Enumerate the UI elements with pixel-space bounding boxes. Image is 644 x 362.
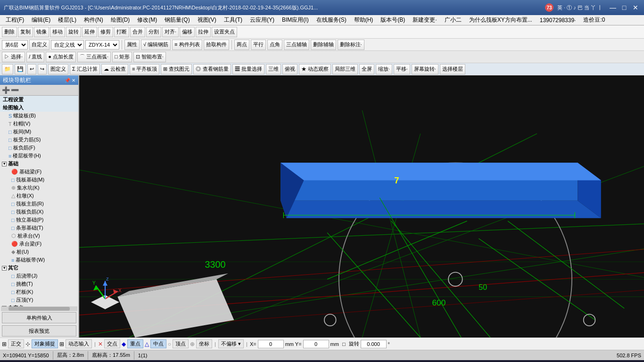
copy-button[interactable]: 复制 <box>18 27 33 37</box>
delete-button[interactable]: 删除 <box>2 27 17 37</box>
line-type-select[interactable]: 实线虚线自定义线 <box>51 40 84 49</box>
component-list-button[interactable]: ≡ 构件列表 <box>172 40 202 50</box>
select-floor-button[interactable]: 选择楼层 <box>440 64 465 74</box>
menu-item-版本号B[interactable]: 版本号(B) <box>377 15 409 25</box>
menu-item-为什么筏板XY方向布置...[interactable]: 为什么筏板XY方向布置... <box>465 15 536 25</box>
open-button[interactable]: 📁 <box>2 64 13 74</box>
stretch-button[interactable]: 拉伸 <box>196 27 211 37</box>
partial-3d-button[interactable]: 局部三维 <box>332 64 358 74</box>
coord-button[interactable]: 坐标 <box>196 339 212 348</box>
nav-item-筏板负筋[interactable]: □ 筏板负筋(X) <box>0 208 78 216</box>
nav-item-挑檐[interactable]: □ 挑檐(T) <box>0 280 78 288</box>
view-rebar-button[interactable]: ◎ 查看钢筋量 <box>193 64 231 74</box>
line-button[interactable]: / 直线 <box>26 52 44 62</box>
nav-item-板受力筋[interactable]: □ 板受力筋(S) <box>0 136 78 144</box>
define-button[interactable]: 图定义 <box>48 64 68 74</box>
layer-select[interactable]: 第1层第2层第3层第4层第5层第6层 <box>2 40 28 49</box>
rectangle-button[interactable]: □ 矩形 <box>112 52 132 62</box>
parallel-button[interactable]: 平行 <box>251 40 266 50</box>
menu-item-云应用Y[interactable]: 云应用(Y) <box>246 15 278 25</box>
find-button[interactable]: ⊞ 查找图元 <box>161 64 192 74</box>
arc-button[interactable]: ⌒ 三点画弧· <box>77 52 111 62</box>
dynamic-input-button[interactable]: 动态输入 <box>66 339 92 348</box>
delete-mark-button[interactable]: 删除标注· <box>338 40 364 50</box>
select-button[interactable]: ▷ 选择· <box>2 52 25 62</box>
smart-place-button[interactable]: ⊡ 智能布置· <box>133 52 166 62</box>
nav-group-基础[interactable]: ▾ 基础 <box>0 160 78 168</box>
menu-item-工具T[interactable]: 工具(T) <box>220 15 246 25</box>
menu-item-新建变更·[interactable]: 新建变更· <box>409 15 440 25</box>
undo-button[interactable]: ↩ <box>27 64 36 74</box>
report-preview-button[interactable]: 报表预览 <box>2 325 76 337</box>
nav-item-板间[interactable]: □ 板间(M) <box>0 128 78 136</box>
offset-button[interactable]: 偏移 <box>180 27 195 37</box>
sum-button[interactable]: Σ 汇总计算 <box>70 64 100 74</box>
fullscreen-button[interactable]: 全屏 <box>359 64 374 74</box>
nav-item-压顶[interactable]: □ 压顶(Y) <box>0 296 78 304</box>
nav-pin-icon[interactable]: 📌 <box>65 78 70 83</box>
menu-item-视图V[interactable]: 视图(V) <box>194 15 220 25</box>
menu-item-绘图D[interactable]: 绘图(D) <box>107 15 134 25</box>
nav-group-其它[interactable]: ▾ 其它 <box>0 264 78 272</box>
menu-item-楼层L[interactable]: 楼层(L) <box>54 15 80 25</box>
nav-close-icon[interactable]: ✕ <box>72 78 75 83</box>
close-button[interactable]: ✕ <box>631 3 640 12</box>
y-input[interactable] <box>303 340 329 348</box>
nav-item-筏板主筋[interactable]: □ 筏板主筋(R) <box>0 200 78 208</box>
menu-item-工程F[interactable]: 工程(F) <box>2 15 28 25</box>
menu-item-广小二[interactable]: 广小二 <box>441 15 465 25</box>
two-point-button[interactable]: 两点 <box>234 40 249 50</box>
custom-button[interactable]: 自定义 <box>29 40 50 50</box>
nav-item-条形基础[interactable]: □ 条形基础(T) <box>0 224 78 232</box>
nav-item-筏板基础[interactable]: □ 筏板基础(M) <box>0 176 78 184</box>
split-button[interactable]: 分割 <box>146 27 161 37</box>
menu-item-编辑E[interactable]: 编辑(E) <box>28 15 54 25</box>
menu-item-构件N[interactable]: 构件(N) <box>80 15 107 25</box>
nav-section-draw[interactable]: 绘图输入 <box>0 104 78 112</box>
rotate-button[interactable]: 屏幕旋转· <box>412 64 438 74</box>
expand-其它[interactable]: ▾ <box>2 266 7 271</box>
nav-item-集水坑[interactable]: ⊕ 集水坑(K) <box>0 184 78 192</box>
align-button[interactable]: 对齐· <box>162 27 179 37</box>
menu-item-13907298339·[interactable]: 13907298339· <box>536 16 580 25</box>
mirror-button[interactable]: 镜像 <box>34 27 49 37</box>
nav-item-柱墩[interactable]: △ 柱墩(X) <box>0 192 78 200</box>
3d-button[interactable]: 三维 <box>266 64 281 74</box>
nav-item-独立基础[interactable]: □ 独立基础(P) <box>0 216 78 224</box>
break-button[interactable]: 打断 <box>114 27 129 37</box>
maximize-button[interactable]: □ <box>619 3 629 12</box>
merge-button[interactable]: 合并 <box>130 27 145 37</box>
rotate-button[interactable]: 旋转 <box>66 27 81 37</box>
top-view-button[interactable]: 俯视 <box>282 64 297 74</box>
delete-axis-button[interactable]: 删除辅轴 <box>311 40 336 50</box>
dynamic-view-button[interactable]: ★ 动态观察 <box>299 64 331 74</box>
menu-item-在线服务S[interactable]: 在线服务(S) <box>313 15 350 25</box>
menu-item-修改M[interactable]: 修改(M) <box>133 15 161 25</box>
zoom-button[interactable]: 缩放· <box>376 64 392 74</box>
nav-item-基础梁[interactable]: 🔴 基础梁(F) <box>0 168 78 176</box>
menu-item-BIM应用I[interactable]: BIM应用(I) <box>278 15 313 25</box>
vertex-button[interactable]: 顶点 <box>173 339 189 348</box>
nav-item-承台梁[interactable]: 🔴 承台梁(F) <box>0 240 78 248</box>
cloud-check-button[interactable]: ☁ 云检查 <box>101 64 128 74</box>
nav-item-桩[interactable]: ◆ 桩(U) <box>0 248 78 256</box>
nav-item-栏板[interactable]: □ 栏板(K) <box>0 288 78 296</box>
menu-item-帮助H[interactable]: 帮助(H) <box>350 15 377 25</box>
zdyx-select[interactable]: ZDYX-1ZDYX-14 <box>85 40 119 49</box>
pan-button[interactable]: 平移· <box>394 64 410 74</box>
nav-item-螺旋板[interactable]: S 螺旋板(B) <box>0 112 78 120</box>
point-length-button[interactable]: ● 点加长度 <box>46 52 76 62</box>
ortho-button[interactable]: 正交 <box>8 339 24 348</box>
nav-scroll-area[interactable]: 工程设置 绘图输入 S 螺旋板(B) T 柱帽(V) □ 板间(M) □ 板受力… <box>0 96 78 306</box>
nav-item-楼层板带[interactable]: ≡ 楼层板带(H) <box>0 152 78 160</box>
nav-minus-icon[interactable]: ➖ <box>11 86 19 94</box>
nav-item-后浇带[interactable]: □ 后浇带(J) <box>0 272 78 280</box>
batch-select-button[interactable]: ☰ 批量选择 <box>232 64 264 74</box>
expand-基础[interactable]: ▾ <box>2 162 7 166</box>
pick-component-button[interactable]: 拾取构件 <box>204 40 229 50</box>
extend-button[interactable]: 延伸 <box>82 27 97 37</box>
point-angle-button[interactable]: 点角 <box>267 40 282 50</box>
set-grip-button[interactable]: 设置夹点 <box>212 27 237 37</box>
rotate-input[interactable] <box>361 340 387 348</box>
nav-item-板负筋[interactable]: □ 板负筋(F) <box>0 144 78 152</box>
